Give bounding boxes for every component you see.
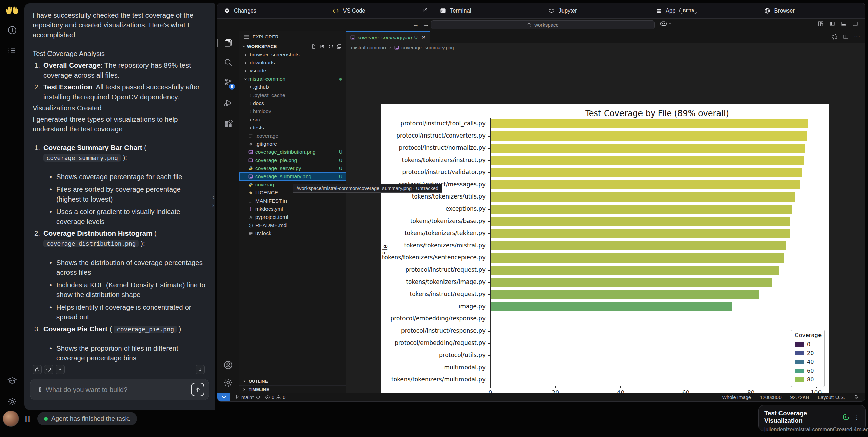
settings-gear-icon[interactable] xyxy=(7,397,17,408)
toggle-sidebar-icon[interactable] xyxy=(826,21,838,27)
remote-indicator[interactable]: >< xyxy=(217,393,230,401)
tree-item--pytest-cache[interactable]: .pytest_cache xyxy=(239,91,346,99)
open-external-icon[interactable] xyxy=(422,7,428,14)
close-tab-icon[interactable]: ✕ xyxy=(421,34,426,40)
collapse-folders-icon[interactable] xyxy=(337,44,342,49)
toggle-secondary-sidebar-icon[interactable] xyxy=(849,21,861,27)
thumbs-up-button[interactable] xyxy=(33,365,42,374)
collapse-panel-icon[interactable]: ‹ xyxy=(212,194,214,201)
tree-item-uv-lock[interactable]: uv.lock xyxy=(239,229,346,237)
accounts-icon[interactable] xyxy=(224,360,233,371)
scroll-to-bottom-button[interactable] xyxy=(196,365,205,374)
task-toast[interactable]: Test Coverage Visualization ⋮ juliendeni… xyxy=(758,405,866,431)
nav-forward-icon[interactable]: → xyxy=(421,21,431,28)
extensions-view-icon[interactable] xyxy=(224,120,233,130)
workspace-section-header[interactable]: WORKSPACE xyxy=(239,42,346,50)
tree-item--gitignore[interactable]: .gitignore xyxy=(239,140,346,148)
legend-entry: 20 xyxy=(795,349,821,357)
learn-icon[interactable] xyxy=(7,377,17,386)
tab-app[interactable]: App BETA xyxy=(649,3,757,18)
search-view-icon[interactable] xyxy=(224,58,233,68)
y-tick xyxy=(488,307,490,307)
tree-item--coverage[interactable]: .coverage xyxy=(239,132,346,140)
chat-message-area: I have successfully checked the test cov… xyxy=(24,3,215,366)
tree-item-htmlcov[interactable]: htmlcov xyxy=(239,107,346,116)
chat-input[interactable] xyxy=(46,386,191,394)
layout-item[interactable]: Layout: U.S. xyxy=(818,395,845,400)
timeline-section[interactable]: TIMELINE xyxy=(239,385,346,393)
user-avatar[interactable] xyxy=(3,411,19,427)
tree-item-pyproject-toml[interactable]: pyproject.toml xyxy=(239,213,346,221)
tree-item-coverage-pie-png[interactable]: coverage_pie.pngU xyxy=(239,156,346,164)
manage-gear-icon[interactable] xyxy=(224,378,233,389)
image-size-item[interactable]: 92.72KB xyxy=(790,395,809,400)
bar-label: tokens/tokenizers/base.py xyxy=(381,217,486,224)
tree-item-src[interactable]: src xyxy=(239,116,346,124)
x-tick xyxy=(555,386,556,388)
source-control-view-icon[interactable]: 5 xyxy=(224,78,233,88)
tab-browser[interactable]: Browser xyxy=(757,3,865,18)
tree-item-mistral-common[interactable]: mistral-common● xyxy=(239,75,346,83)
copilot-icon[interactable] xyxy=(660,21,672,27)
thumbs-down-button[interactable] xyxy=(44,365,53,374)
new-file-icon[interactable] xyxy=(311,44,316,49)
send-button[interactable] xyxy=(191,383,204,396)
new-chat-icon[interactable] xyxy=(8,26,17,36)
tab-jupyter[interactable]: Jupyter xyxy=(541,3,649,18)
notifications-bell-icon[interactable] xyxy=(854,395,859,400)
y-tick xyxy=(488,209,490,210)
tab-changes[interactable]: Changes xyxy=(217,3,325,18)
tree-item--downloads[interactable]: .downloads xyxy=(239,59,346,67)
toast-menu-icon[interactable]: ⋮ xyxy=(854,413,860,421)
bar-label: exceptions.py xyxy=(381,205,486,212)
pause-indicator[interactable]: || xyxy=(25,415,31,423)
image-dimensions-item[interactable]: 1200x800 xyxy=(760,395,782,400)
tab-terminal[interactable]: Terminal xyxy=(433,3,541,18)
run-debug-view-icon[interactable] xyxy=(224,99,233,109)
attach-paperclip-icon[interactable] xyxy=(36,386,42,393)
open-changes-icon[interactable] xyxy=(832,34,837,40)
editor-more-actions-icon[interactable]: ⋯ xyxy=(854,33,860,40)
tree-item-docs[interactable]: docs xyxy=(239,99,346,107)
customize-layout-icon[interactable] xyxy=(815,21,826,27)
chat-list-icon[interactable] xyxy=(8,46,17,56)
refresh-icon[interactable] xyxy=(328,44,333,49)
expand-panel-icon[interactable]: › xyxy=(212,202,214,209)
x-tick xyxy=(686,386,687,388)
tree-item--vscode[interactable]: .vscode xyxy=(239,67,346,75)
y-tick xyxy=(488,380,490,380)
tree-item-readme-md[interactable]: README.md xyxy=(239,221,346,229)
menu-icon[interactable] xyxy=(244,35,249,39)
bar xyxy=(491,241,786,250)
download-response-button[interactable] xyxy=(56,365,65,374)
git-branch-item[interactable]: main* xyxy=(235,395,260,400)
legend-entry: 80 xyxy=(795,375,821,384)
problems-item[interactable]: 0 0 xyxy=(265,395,285,400)
bar-label: protocol/instruct/tool_calls.py xyxy=(381,120,486,127)
tree-item-manifest-in[interactable]: MANIFEST.in xyxy=(239,197,346,205)
nav-back-icon[interactable]: ← xyxy=(411,21,421,28)
tab-vscode[interactable]: VS Code xyxy=(325,3,433,18)
whole-image-item[interactable]: Whole Image xyxy=(722,395,751,400)
split-editor-icon[interactable] xyxy=(843,34,849,40)
app-logo-hands-icon xyxy=(6,5,19,16)
tree-item-coverage-summary-png[interactable]: coverage_summary.pngU xyxy=(239,172,346,181)
tree-item-mkdocs-yml[interactable]: !mkdocs.yml xyxy=(239,205,346,213)
explorer-view-icon[interactable] xyxy=(224,38,233,49)
bar-label: protocol/utils.py xyxy=(381,352,486,358)
toggle-panel-icon[interactable] xyxy=(838,21,849,27)
tree-item-tests[interactable]: tests xyxy=(239,124,346,132)
command-center-search[interactable]: workspace xyxy=(431,20,655,29)
outline-section[interactable]: OUTLINE xyxy=(239,377,346,385)
breadcrumb[interactable]: mistral-common coverage_summary.png xyxy=(346,43,865,53)
tree-item-coverage-distribution-png[interactable]: coverage_distribution.pngU xyxy=(239,148,346,156)
tree-item--browser-screenshots[interactable]: .browser_screenshots xyxy=(239,50,346,59)
explorer-title: EXPLORER xyxy=(253,34,279,39)
agent-status-text: Agent has finished the task. xyxy=(51,415,130,422)
explorer-more-actions-icon[interactable]: ⋯ xyxy=(336,34,341,39)
new-folder-icon[interactable] xyxy=(320,44,325,49)
feedback-row xyxy=(33,365,65,374)
tree-item-coverage-server-py[interactable]: coverage_server.pyU xyxy=(239,164,346,172)
editor-tab-coverage-summary[interactable]: coverage_summary.png U ✕ xyxy=(346,31,430,43)
tree-item--github[interactable]: .github xyxy=(239,83,346,91)
